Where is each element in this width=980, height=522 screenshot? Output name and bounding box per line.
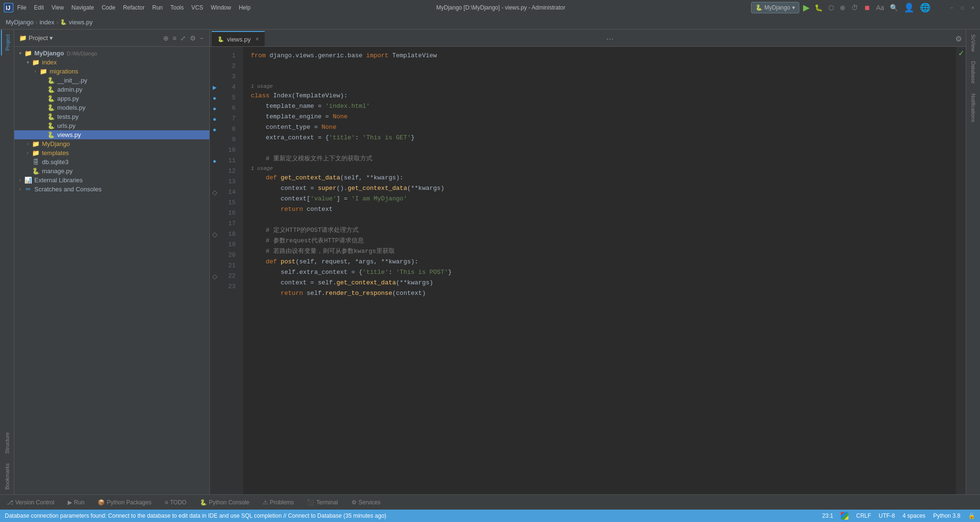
title-bar-left: IJ File Edit View Navigate Code Refactor… (4, 3, 250, 12)
chevron-down-icon[interactable]: ▾ (50, 34, 53, 42)
window-controls[interactable]: 🐍 MyDjango ▾ ▶ 🐛 ⬡ ⊕ ⏱ ⏹ Aa 🔍 👤 🌐 − □ × (751, 2, 976, 13)
project-panel-title: 📁 Project ▾ (19, 34, 159, 42)
project-tab[interactable]: Project (1, 30, 13, 55)
menu-vcs[interactable]: VCS (191, 4, 203, 11)
status-encoding[interactable]: UTF-8 (879, 512, 895, 519)
tree-item-urls[interactable]: 🐍 urls.py (14, 121, 209, 130)
tree-item-migrations[interactable]: › 📁 migrations (14, 67, 209, 76)
run-config-dropdown[interactable]: 🐍 MyDjango ▾ (751, 2, 799, 13)
tree-item-mydjango[interactable]: ▾ 📁 MyDjango D:\MyDjango (14, 49, 209, 58)
py-views-icon: 🐍 (47, 132, 55, 138)
tab-more-button[interactable]: ⋯ (602, 31, 618, 46)
run-tab[interactable]: ▶ Run (65, 497, 87, 508)
tree-item-apps[interactable]: 🐍 apps.py (14, 94, 209, 103)
line-num-3: 3 (219, 72, 239, 82)
minimize-button[interactable]: − (949, 4, 955, 11)
line-num-7: 7 (219, 114, 239, 124)
menu-bar[interactable]: File Edit View Navigate Code Refactor Ru… (17, 4, 250, 11)
tree-item-admin[interactable]: 🐍 admin.py (14, 85, 209, 94)
tree-item-tests[interactable]: 🐍 tests.py (14, 112, 209, 121)
tree-item-mydjango-sub[interactable]: › 📁 MyDjango (14, 139, 209, 148)
breadcrumb-mydjango[interactable]: MyDjango (6, 19, 34, 26)
search-everywhere-icon[interactable]: 🔍 (890, 4, 898, 11)
db-icon: 🗄 (31, 159, 40, 166)
profile-button[interactable]: ⏱ (851, 4, 858, 11)
build-button[interactable]: ⬡ (828, 4, 834, 11)
editor-settings-icon[interactable]: ⚙ (955, 31, 962, 46)
colon-8: : (355, 133, 362, 143)
terminal-label: Terminal (316, 499, 338, 506)
folder-templates-icon: 📁 (31, 150, 40, 157)
scview-tab[interactable]: ScView (968, 30, 979, 56)
tab-views-py[interactable]: 🐍 views.py × (212, 31, 265, 46)
menu-run[interactable]: Run (152, 4, 163, 11)
tree-label-templates: templates (42, 149, 69, 157)
menu-tools[interactable]: Tools (170, 4, 184, 11)
console-icon: 🐍 (200, 499, 207, 506)
menu-file[interactable]: File (17, 4, 26, 11)
services-tab[interactable]: ⚙ Services (349, 497, 383, 508)
tree-label-models: models.py (57, 104, 85, 111)
menu-window[interactable]: Window (211, 4, 231, 11)
status-line-ending[interactable]: CRLF (856, 512, 871, 519)
expand-all-icon[interactable]: ⤢ (179, 33, 187, 43)
coverage-button[interactable]: ⊕ (840, 4, 846, 11)
problems-tab[interactable]: ⚠ Problems (260, 497, 297, 508)
terminal-tab[interactable]: ⬛ Terminal (304, 497, 340, 508)
menu-code[interactable]: Code (102, 4, 115, 11)
maximize-button[interactable]: □ (959, 4, 966, 11)
fn-post-19: post (280, 257, 295, 267)
breadcrumb-index[interactable]: index (40, 19, 54, 26)
version-control-icon: ⎇ (7, 499, 13, 506)
gutter-17 (210, 219, 219, 229)
tab-close-button[interactable]: × (256, 36, 259, 42)
tree-item-views[interactable]: 🐍 views.py (14, 130, 209, 139)
collapse-all-icon[interactable]: ≡ (172, 33, 177, 43)
status-position[interactable]: 23:1 (822, 512, 833, 519)
breadcrumb-file[interactable]: 🐍 views.py (60, 19, 93, 26)
todo-tab[interactable]: ≡ TODO (162, 497, 189, 508)
python-packages-tab[interactable]: 📦 Python Packages (95, 497, 154, 508)
status-indent[interactable]: 4 spaces (903, 512, 926, 519)
code-editor[interactable]: ▶ ● ● ● ● ● (210, 47, 966, 494)
hide-panel-icon[interactable]: − (199, 33, 205, 43)
stop-button[interactable]: ⏹ (864, 4, 870, 11)
tree-item-index[interactable]: ▾ 📁 index (14, 58, 209, 67)
menu-edit[interactable]: Edit (34, 4, 44, 11)
tree-item-ext-libs[interactable]: › 📊 External Libraries (14, 176, 209, 185)
tree-item-templates[interactable]: › 📁 templates (14, 148, 209, 157)
status-python-version[interactable]: Python 3.8 (933, 512, 960, 519)
python-console-tab[interactable]: 🐍 Python Console (197, 497, 252, 508)
settings-icon[interactable]: ⚙ (189, 33, 197, 43)
close-button[interactable]: × (970, 4, 976, 11)
project-icons: ⊕ ≡ ⤢ ⚙ − (162, 33, 205, 43)
locate-file-icon[interactable]: ⊕ (162, 33, 170, 43)
tree-label-manage: manage.py (42, 167, 72, 175)
menu-navigate[interactable]: Navigate (72, 4, 94, 11)
user-icon[interactable]: 👤 (904, 2, 914, 13)
notifications-tab[interactable]: Notifications (968, 89, 979, 127)
debug-button[interactable]: 🐛 (815, 4, 823, 11)
menu-view[interactable]: View (52, 4, 64, 11)
py-admin-icon: 🐍 (47, 86, 55, 93)
run-config-name: MyDjango (764, 4, 790, 11)
run-button[interactable]: ▶ (803, 2, 810, 13)
tree-item-manage[interactable]: 🐍 manage.py (14, 167, 209, 176)
menu-help[interactable]: Help (239, 4, 251, 11)
tree-item-models[interactable]: 🐍 models.py (14, 103, 209, 112)
var-extra-context: extra_context (266, 133, 318, 143)
eq-6: = (325, 112, 333, 122)
bookmarks-tab[interactable]: Bookmarks (1, 459, 13, 494)
version-control-tab[interactable]: ⎇ Version Control (4, 497, 57, 508)
menu-refactor[interactable]: Refactor (123, 4, 144, 11)
structure-tab[interactable]: Structure (1, 428, 13, 459)
code-content[interactable]: from django.views.generic.base import Te… (243, 47, 956, 494)
network-icon[interactable]: 🌐 (920, 2, 930, 13)
code-line-19: def post(self, request, *args, **kwargs)… (251, 257, 956, 267)
tree-item-scratches[interactable]: › ✏ Scratches and Consoles (14, 185, 209, 194)
line-num-6: 6 (219, 103, 239, 114)
tree-item-db[interactable]: 🗄 db.sqlite3 (14, 157, 209, 167)
tree-item-init[interactable]: 🐍 __init__.py (14, 76, 209, 85)
tree-label-ext-libs: External Libraries (34, 177, 83, 184)
database-tab[interactable]: Database (968, 56, 979, 88)
